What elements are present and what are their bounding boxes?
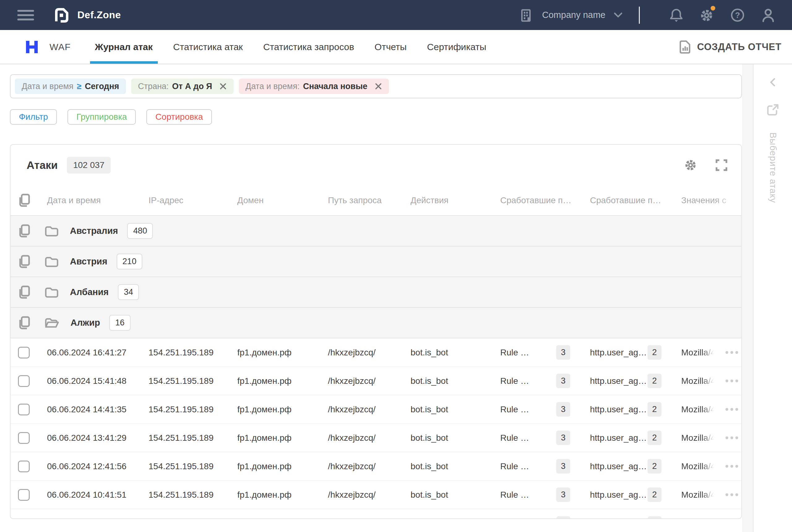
row-menu-icon[interactable] [725, 376, 739, 385]
brand-title: Def.Zone [77, 9, 121, 21]
svg-text:?: ? [735, 11, 740, 20]
select-group-icon[interactable] [17, 254, 31, 269]
remove-chip-icon[interactable] [219, 82, 227, 90]
cell-datetime: 06.06.2024 14:41:35 [37, 404, 138, 415]
cell-domain: fp1.домен.рф [227, 461, 318, 471]
cell-param: http.user_ag… [590, 490, 647, 500]
row-checkbox[interactable] [18, 404, 30, 415]
panel-open-button[interactable] [766, 103, 779, 116]
table-row[interactable]: 06.06.2024 14:41:35 154.251.195.189 fp1.… [11, 395, 741, 424]
cell-param: http.user_ag… [590, 348, 647, 358]
filter-chip-date[interactable]: Дата и время ≥ Сегодня [15, 79, 126, 94]
grouping-button[interactable]: Группировка [68, 109, 136, 125]
cell-path: /hkxzejbzcq/ [318, 404, 401, 415]
rule-count-badge: 3 [556, 345, 570, 360]
brand-logo-icon [53, 7, 69, 23]
row-menu-icon[interactable] [725, 433, 739, 442]
create-report-button[interactable]: СОЗДАТЬ ОТЧЕТ [679, 40, 781, 54]
table-settings-icon[interactable] [684, 158, 697, 172]
group-row-austria[interactable]: Австрия 210 [11, 247, 741, 277]
open-in-new-icon [766, 103, 779, 116]
cell-path: /hkxzejbzcq/ [318, 461, 401, 471]
table-row[interactable]: 06.06.2024 10:41:51 154.251.195.189 fp1.… [11, 481, 741, 509]
top-header: Def.Zone Company name [0, 0, 792, 30]
attacks-card-header: Атаки 102 037 [11, 145, 741, 186]
cell-value: Mozilla/4 [681, 490, 715, 500]
table-row[interactable]: 06.06.2024 12:41:56 154.251.195.189 fp1.… [11, 452, 741, 481]
group-row-albania[interactable]: Албания 34 [11, 277, 741, 308]
rule-count-badge: 3 [556, 431, 570, 445]
table-header-row: Дата и время IP-адрес Домен Путь запроса… [11, 186, 741, 216]
report-icon [679, 40, 691, 54]
table-row[interactable]: 06.06.2024 16:41:27 154.251.195.189 fp1.… [11, 338, 741, 367]
tab-attack-statistics[interactable]: Статистика атак [173, 30, 243, 64]
cell-datetime: 06.06.2024 10:41:51 [37, 490, 138, 500]
cell-ip: 154.251.195.189 [138, 461, 227, 471]
group-count-badge: 210 [117, 254, 142, 269]
select-group-icon[interactable] [17, 224, 31, 239]
tab-reports[interactable]: Отчеты [375, 30, 407, 64]
select-group-icon[interactable] [17, 285, 31, 300]
table-row[interactable]: 06.06.2024 13:41:29 154.251.195.189 fp1.… [11, 424, 741, 452]
cell-ip: 154.251.195.189 [138, 433, 227, 443]
filter-button[interactable]: Фильтр [10, 109, 57, 125]
group-row-algeria-expanded[interactable]: Алжир 16 [11, 308, 741, 338]
filter-chip-country[interactable]: Страна: От А до Я [131, 79, 233, 94]
row-checkbox[interactable] [18, 489, 30, 501]
attack-details-panel: Выберите атаку [753, 64, 792, 532]
settings-button[interactable] [699, 8, 714, 23]
cell-action: bot.is_bot [401, 404, 490, 415]
row-menu-icon[interactable] [725, 348, 739, 357]
attacks-count-badge: 102 037 [67, 157, 110, 173]
tab-certificates[interactable]: Сертификаты [427, 30, 486, 64]
group-name: Австрия [70, 256, 107, 267]
row-checkbox[interactable] [18, 460, 30, 472]
notifications-button[interactable] [670, 8, 683, 23]
row-checkbox[interactable] [18, 347, 30, 359]
tab-request-statistics[interactable]: Статистика запросов [263, 30, 354, 64]
column-values: Значения с [671, 195, 741, 205]
cell-param: http.user_ag… [590, 404, 647, 415]
waf-logo-icon [25, 40, 39, 54]
select-all-icon[interactable] [17, 193, 31, 208]
select-group-icon[interactable] [17, 316, 31, 330]
cell-rule: Rule … [500, 433, 529, 443]
panel-collapse-button[interactable] [768, 77, 777, 87]
section-nav: WAF Журнал атак Статистика атак Статисти… [0, 30, 792, 64]
group-count-badge: 480 [127, 223, 153, 239]
table-row[interactable]: 06.06.2024 15:41:48 154.251.195.189 fp1.… [11, 367, 741, 395]
sorting-button[interactable]: Сортировка [146, 109, 212, 125]
row-menu-icon[interactable] [725, 405, 739, 414]
remove-chip-icon[interactable] [375, 82, 382, 90]
help-button[interactable]: ? [730, 8, 745, 23]
row-checkbox[interactable] [18, 375, 30, 387]
row-menu-icon[interactable] [725, 490, 739, 499]
settings-notification-dot [711, 6, 715, 11]
folder-icon [44, 286, 59, 298]
cell-value: Mozilla/4 [681, 376, 715, 386]
cell-domain: fp1.домен.рф [227, 490, 318, 500]
cell-action: bot.is_bot [401, 433, 490, 443]
account-button[interactable] [761, 8, 775, 23]
cell-ip: 154.251.195.189 [138, 404, 227, 415]
product-label: WAF [50, 42, 71, 52]
cell-action: bot.is_bot [401, 490, 490, 500]
row-menu-icon[interactable] [725, 462, 739, 471]
scrollbar-gutter[interactable] [742, 64, 753, 532]
cell-action: bot.is_bot [401, 461, 490, 471]
group-row-australia[interactable]: Австралия 480 [11, 216, 741, 247]
folder-icon [44, 225, 59, 237]
company-selector[interactable]: Company name [519, 8, 623, 22]
row-checkbox[interactable] [18, 432, 30, 444]
rule-count-badge: 3 [556, 488, 570, 502]
column-ip: IP-адрес [138, 195, 227, 205]
active-filters-bar: Дата и время ≥ Сегодня Страна: От А до Я… [10, 74, 742, 98]
table-row-partial [11, 509, 741, 519]
cell-ip: 154.251.195.189 [138, 376, 227, 386]
table-expand-icon[interactable] [715, 159, 728, 171]
column-path: Путь запроса [318, 195, 401, 205]
folder-open-icon [44, 317, 59, 329]
menu-icon[interactable] [17, 9, 35, 21]
filter-chip-sort[interactable]: Дата и время: Сначала новые [239, 79, 389, 94]
tab-attack-journal[interactable]: Журнал атак [95, 30, 153, 64]
